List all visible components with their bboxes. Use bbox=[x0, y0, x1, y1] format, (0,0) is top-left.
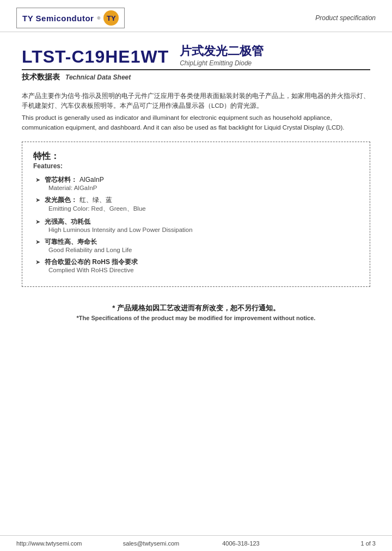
logo-circle: TY bbox=[103, 10, 119, 26]
feature-cn: ➤符合欧盟公布的 RoHS 指令要求 bbox=[35, 258, 359, 267]
main-content: LTST-C19HE1WT 片式发光二极管 ChipLight Emitting… bbox=[0, 32, 392, 535]
feature-label-cn: 符合欧盟公布的 RoHS 指令要求 bbox=[45, 258, 138, 267]
footer-page: 1 of 3 bbox=[286, 540, 376, 547]
feature-value-cn: AlGaInP bbox=[79, 176, 104, 183]
footer-website: http://www.twtysemi.com bbox=[16, 540, 106, 547]
feature-label-cn: 可靠性高、寿命长 bbox=[45, 237, 97, 247]
feature-en: Material: AlGaInP bbox=[48, 185, 359, 191]
subtitle-en: Technical Data Sheet bbox=[65, 74, 131, 81]
product-code: LTST-C19HE1WT bbox=[22, 47, 169, 67]
arrow-icon: ➤ bbox=[35, 238, 40, 246]
logo-reg: ® bbox=[97, 16, 100, 21]
feature-item: ➤符合欧盟公布的 RoHS 指令要求Complied With RoHS Dir… bbox=[33, 258, 359, 273]
feature-en: Emitting Color: Red、Green、Blue bbox=[48, 205, 359, 213]
arrow-icon: ➤ bbox=[35, 197, 40, 204]
chinese-title-block: 片式发光二极管 ChipLight Emitting Diode bbox=[180, 43, 264, 67]
arrow-icon: ➤ bbox=[35, 218, 40, 225]
features-title-en: Features: bbox=[33, 162, 359, 170]
notice-cn: * 产品规格如因工艺改进而有所改变，恕不另行通知。 bbox=[22, 303, 370, 313]
footer-phone: 4006-318-123 bbox=[196, 540, 286, 547]
page: TY Semicondutor® TY Product specificatio… bbox=[0, 0, 392, 551]
notice-en: *The Specifications of the product may b… bbox=[22, 315, 370, 321]
logo-box: TY Semicondutor® TY bbox=[16, 8, 125, 28]
feature-item: ➤管芯材料：AlGaInPMaterial: AlGaInP bbox=[33, 175, 359, 191]
feature-en: Good Reliability and Long Life bbox=[48, 247, 359, 253]
footer: http://www.twtysemi.com sales@twtysemi.c… bbox=[0, 535, 392, 551]
features-list: ➤管芯材料：AlGaInPMaterial: AlGaInP➤发光颜色：红、绿、… bbox=[33, 175, 359, 273]
logo-text: TY Semicondutor bbox=[22, 14, 94, 23]
footer-email: sales@twtysemi.com bbox=[106, 540, 196, 547]
feature-en: Complied With RoHS Directive bbox=[48, 267, 359, 273]
feature-cn: ➤发光颜色：红、绿、蓝 bbox=[35, 195, 359, 205]
notice-section: * 产品规格如因工艺改进而有所改变，恕不另行通知。 *The Specifica… bbox=[22, 303, 370, 321]
feature-cn: ➤可靠性高、寿命长 bbox=[35, 237, 359, 247]
english-subtitle: ChipLight Emitting Diode bbox=[180, 59, 252, 67]
arrow-icon: ➤ bbox=[35, 176, 40, 183]
feature-cn: ➤管芯材料：AlGaInP bbox=[35, 175, 359, 185]
title-section: LTST-C19HE1WT 片式发光二极管 ChipLight Emitting… bbox=[22, 43, 370, 70]
feature-item: ➤发光颜色：红、绿、蓝Emitting Color: Red、Green、Blu… bbox=[33, 195, 359, 213]
chinese-title: 片式发光二极管 bbox=[180, 43, 264, 59]
features-title-cn: 特性： bbox=[33, 151, 359, 162]
subtitle-cn: 技术数据表 bbox=[22, 72, 60, 82]
subtitle-row: 技术数据表 Technical Data Sheet bbox=[22, 72, 370, 82]
feature-en: High Luminous Intensity and Low Power Di… bbox=[48, 226, 359, 233]
feature-item: ➤光强高、功耗低High Luminous Intensity and Low … bbox=[33, 217, 359, 233]
feature-value-cn: 红、绿、蓝 bbox=[79, 195, 112, 205]
feature-label-cn: 发光颜色： bbox=[45, 195, 77, 205]
description-block: 本产品主要作为信号·指示及照明的电子元件广泛应用于各类使用表面贴装封装的电子产品… bbox=[22, 91, 370, 133]
feature-cn: ➤光强高、功耗低 bbox=[35, 217, 359, 226]
product-spec-label: Product specification bbox=[315, 14, 376, 22]
feature-item: ➤可靠性高、寿命长Good Reliability and Long Life bbox=[33, 237, 359, 253]
description-cn: 本产品主要作为信号·指示及照明的电子元件广泛应用于各类使用表面贴装封装的电子产品… bbox=[22, 91, 370, 111]
description-en: This product is generally used as indica… bbox=[22, 113, 370, 133]
features-box: 特性： Features: ➤管芯材料：AlGaInPMaterial: AlG… bbox=[22, 142, 370, 287]
feature-label-cn: 光强高、功耗低 bbox=[45, 217, 90, 226]
arrow-icon: ➤ bbox=[35, 259, 40, 266]
header: TY Semicondutor® TY Product specificatio… bbox=[0, 0, 392, 32]
feature-label-cn: 管芯材料： bbox=[45, 175, 77, 185]
